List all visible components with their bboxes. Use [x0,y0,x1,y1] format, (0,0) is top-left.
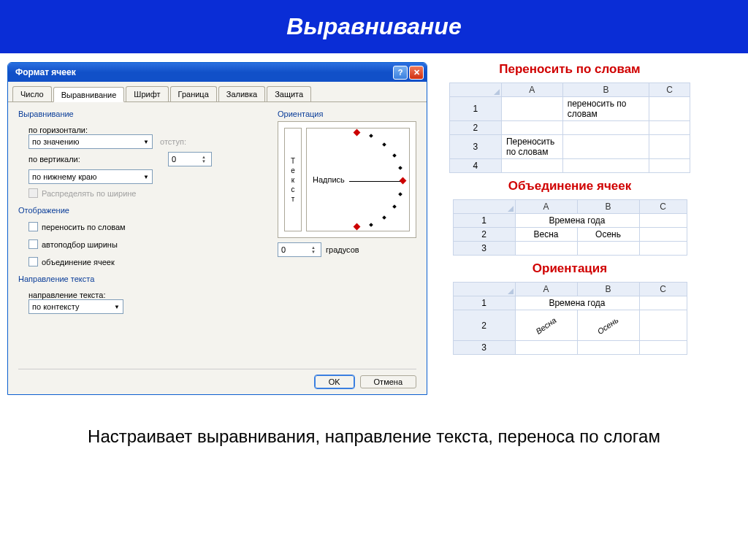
help-button[interactable]: ? [393,66,408,80]
cell [639,242,687,256]
example-orient-table: A B C 1Времена года 2ВеснаОсень 3 [453,282,687,355]
vertical-combo[interactable]: по нижнему краю ▼ [28,169,153,184]
tab-border[interactable]: Граница [170,86,217,101]
cell [562,135,649,159]
cell [501,97,562,121]
arc-dot-icon [398,166,402,170]
direction-combo[interactable]: по контексту ▼ [28,299,123,314]
merge-checkbox[interactable] [28,257,38,266]
orientation-arc-label: Надпись [313,175,345,184]
direction-label: направление текста: [28,291,263,299]
cell [639,296,687,310]
tab-font[interactable]: Шрифт [126,86,168,101]
direction-value: по контексту [32,302,79,311]
close-button[interactable]: ✕ [409,66,424,80]
arc-dot-icon [369,223,373,227]
titlebar-buttons: ? ✕ [393,66,424,80]
row-header: 2 [450,121,502,135]
cell: Переносить по словам [501,135,562,159]
degrees-spinner[interactable]: 0 ▲▼ [278,242,321,257]
corner-cell [450,83,502,97]
shrink-label: автоподбор ширины [42,240,118,249]
indent-value: 0 [172,155,176,164]
ok-button[interactable]: OK [315,375,354,388]
cell [649,121,690,135]
arc-handle-icon [400,177,407,185]
dialog-titlebar: Формат ячеек ? ✕ [8,63,427,82]
row-header: 2 [453,228,515,242]
main-content: Формат ячеек ? ✕ Число Выравнивание Шриф… [0,53,748,395]
cell: Весна [515,310,577,341]
col-header: B [577,283,639,296]
tab-alignment[interactable]: Выравнивание [53,87,125,102]
indent-label: отступ: [160,137,186,146]
wrap-checkbox[interactable] [28,222,38,231]
cell [501,121,562,135]
orientation-vertical-button[interactable]: Текст [284,128,302,231]
wrap-label: переносить по словам [42,223,126,231]
arc-dot-icon [398,192,402,196]
tab-fill[interactable]: Заливка [218,86,265,101]
merge-label: объединение ячеек [42,258,115,266]
cell [639,228,687,242]
cell [562,159,649,173]
examples-column: Переносить по словам A B C 1переносить п… [449,62,690,395]
distribute-checkbox [28,188,38,198]
slide-footer-text: Настраивает выравнивания, направление те… [0,424,748,449]
cell: Весна [515,228,577,242]
cell [515,341,577,355]
chevron-down-icon: ▼ [143,174,149,180]
arc-dot-icon [392,204,397,209]
indent-spinner[interactable]: 0 ▲▼ [168,152,212,166]
vertical-value: по нижнему краю [32,172,96,181]
arc-dot-icon [392,153,397,158]
row-header: 1 [453,214,515,228]
shrink-checkbox[interactable] [28,239,38,249]
row-header: 2 [453,310,515,341]
chevron-down-icon: ▼ [114,304,120,310]
spinner-arrows-icon: ▲▼ [309,245,318,254]
corner-cell [453,200,515,214]
tab-protection[interactable]: Защита [267,86,311,101]
orientation-group-label: Ориентация [278,110,416,118]
col-header: A [515,283,577,296]
arc-dot-icon [382,142,386,147]
corner-cell [453,283,515,296]
cell [577,341,639,355]
arc-endpoint-bottom-icon [354,223,361,231]
arc-endpoint-top-icon [354,129,361,137]
row-header: 3 [453,242,515,256]
col-header: B [562,83,649,97]
horizontal-combo[interactable]: по значению ▼ [28,134,153,149]
col-header: C [639,200,687,214]
example-wrap-title: Переносить по словам [449,62,690,77]
display-group-label: Отображение [18,206,263,215]
row-header: 3 [450,135,502,159]
horizontal-label: по горизонтали: [28,126,263,134]
col-header: A [515,200,577,214]
dialog-button-row: OK Отмена [18,369,416,388]
vertical-label: по вертикали: [28,155,80,164]
dialog-title: Формат ячеек [15,67,76,77]
cell [649,97,690,121]
example-merge-title: Объединение ячеек [449,179,690,193]
arc-dot-icon [369,134,373,138]
horizontal-value: по значению [32,137,79,146]
orientation-arc-control[interactable]: Надпись [306,128,410,231]
cell [649,159,690,173]
dialog-body: Выравнивание по горизонтали: по значению… [8,102,427,394]
tab-number[interactable]: Число [12,86,52,101]
merged-cell: Времена года [515,296,639,310]
cell [515,242,577,256]
distribute-checkbox-row: Распределять по ширине [28,188,263,198]
row-header: 3 [453,341,515,355]
col-header: C [649,83,690,97]
distribute-label: Распределять по ширине [42,189,136,198]
example-wrap-table: A B C 1переносить по словам 2 3Переносит… [449,83,690,173]
example-merge-table: A B C 1Времена года 2ВеснаОсень 3 [453,199,687,256]
cancel-button[interactable]: Отмена [360,375,416,388]
slide-banner: Выравнивание [0,0,748,53]
cell [577,242,639,256]
cell [501,159,562,173]
chevron-down-icon: ▼ [143,139,149,145]
